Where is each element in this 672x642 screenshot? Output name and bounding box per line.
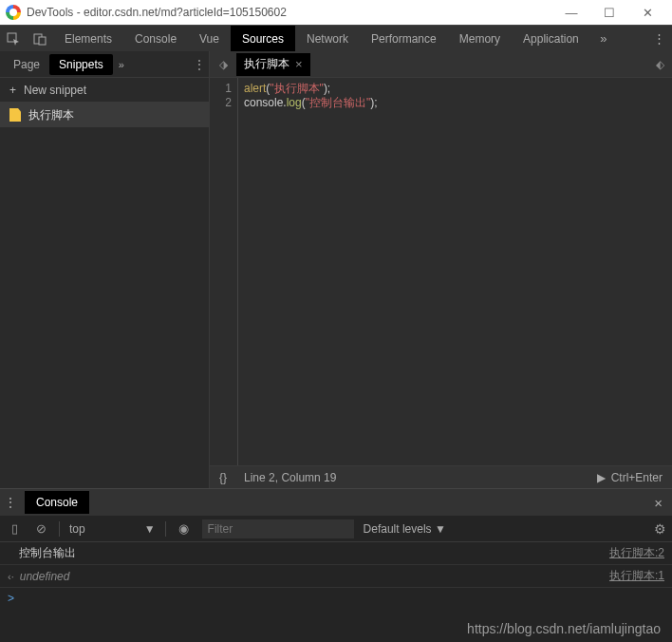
navigator-tab-page[interactable]: Page [4, 54, 49, 75]
log-message: 控制台输出 [19, 545, 76, 561]
log-source-link[interactable]: 执行脚本:1 [609, 568, 664, 584]
inspect-icon[interactable] [0, 26, 27, 52]
minimize-button[interactable]: — [552, 0, 590, 25]
tab-elements[interactable]: Elements [53, 26, 123, 52]
console-prompt[interactable]: > [0, 588, 672, 609]
device-toggle-icon[interactable] [27, 26, 53, 52]
code-editor[interactable]: 1 2 alert("执行脚本"); console.log("控制台输出"); [210, 78, 672, 465]
new-snippet-label: New snippet [24, 84, 86, 97]
console-filter[interactable] [202, 519, 354, 538]
plus-icon: + [9, 84, 16, 97]
snippet-list-item[interactable]: 执行脚本 [0, 103, 209, 127]
editor-tab[interactable]: 执行脚本 × [236, 53, 310, 76]
snippet-name: 执行脚本 [28, 107, 74, 123]
window-title: DevTools - editor.csdn.net/md?articleId=… [27, 6, 287, 19]
close-window-button[interactable]: ✕ [628, 0, 666, 25]
format-icon[interactable]: {} [219, 471, 227, 484]
console-toolbar: ▯ ⊘ top ▼ ◉ Default levels ▼ ⚙ [0, 516, 672, 542]
editor-pane: ⬗ 执行脚本 × ⬖ 1 2 alert("执行脚本"); console.lo… [209, 51, 672, 488]
nav-toggle-left-icon[interactable]: ⬗ [210, 58, 236, 71]
separator [165, 521, 166, 537]
tab-network[interactable]: Network [295, 26, 360, 52]
chrome-icon [6, 5, 21, 20]
drawer-tabs: ⋮ Console × [0, 489, 672, 516]
console-return-row: ‹· undefined 执行脚本:1 [0, 565, 672, 588]
maximize-button[interactable]: ☐ [590, 0, 628, 25]
navigator-tab-snippets[interactable]: Snippets [49, 54, 113, 75]
separator [59, 521, 60, 537]
navigator-tabs: Page Snippets » ⋮ [0, 51, 209, 78]
tab-application[interactable]: Application [512, 26, 590, 52]
log-levels-selector[interactable]: Default levels ▼ [364, 522, 446, 536]
tab-performance[interactable]: Performance [360, 26, 448, 52]
run-label: Ctrl+Enter [611, 471, 663, 484]
cursor-position: Line 2, Column 19 [244, 471, 336, 484]
script-file-icon [9, 108, 21, 122]
navigator-pane: Page Snippets » ⋮ + New snippet 执行脚本 [0, 51, 209, 488]
svg-rect-2 [39, 37, 46, 45]
editor-tabbar: ⬗ 执行脚本 × ⬖ [210, 51, 672, 78]
watermark: https://blog.csdn.net/iamlujingtao [467, 621, 661, 636]
tab-console[interactable]: Console [123, 26, 188, 52]
tab-vue[interactable]: Vue [188, 26, 231, 52]
settings-kebab-icon[interactable]: ⋮ [645, 26, 672, 52]
sources-main: Page Snippets » ⋮ + New snippet 执行脚本 ⬗ 执… [0, 51, 672, 488]
console-settings-icon[interactable]: ⚙ [654, 521, 666, 537]
console-log-row: 控制台输出 执行脚本:2 [0, 542, 672, 565]
line-gutter: 1 2 [210, 78, 238, 465]
filter-input[interactable] [202, 519, 354, 538]
editor-statusbar: {} Line 2, Column 19 ▶ Ctrl+Enter [210, 465, 672, 488]
chevron-down-icon: ▼ [144, 522, 156, 536]
drawer-tab-console[interactable]: Console [25, 491, 89, 514]
nav-toggle-right-icon[interactable]: ⬖ [656, 58, 672, 71]
prompt-icon: > [8, 592, 14, 605]
console-output: 控制台输出 执行脚本:2 ‹· undefined 执行脚本:1 > [0, 542, 672, 609]
new-snippet-button[interactable]: + New snippet [0, 78, 209, 103]
eye-icon[interactable]: ◉ [176, 521, 193, 536]
drawer-kebab-icon[interactable]: ⋮ [0, 495, 21, 510]
return-value: undefined [20, 570, 70, 583]
return-arrow-icon: ‹· [8, 571, 14, 582]
close-tab-icon[interactable]: × [295, 57, 303, 71]
window-titlebar: DevTools - editor.csdn.net/md?articleId=… [0, 0, 672, 25]
console-drawer: ⋮ Console × ▯ ⊘ top ▼ ◉ Default levels ▼… [0, 488, 672, 609]
navigator-overflow-icon[interactable]: » [119, 59, 124, 70]
navigator-kebab-icon[interactable]: ⋮ [194, 58, 205, 71]
clear-console-icon[interactable]: ⊘ [32, 521, 49, 536]
tabs-overflow-icon[interactable]: » [590, 26, 617, 52]
log-source-link[interactable]: 执行脚本:2 [609, 545, 664, 561]
devtools-toolbar: Elements Console Vue Sources Network Per… [0, 25, 672, 51]
tab-sources[interactable]: Sources [231, 26, 295, 52]
context-selector[interactable]: top ▼ [69, 522, 156, 536]
editor-tab-label: 执行脚本 [244, 56, 289, 72]
run-icon[interactable]: ▶ [597, 471, 606, 484]
code-content[interactable]: alert("执行脚本"); console.log("控制台输出"); [238, 78, 672, 465]
console-sidebar-toggle-icon[interactable]: ▯ [6, 521, 23, 536]
drawer-close-icon[interactable]: × [644, 495, 672, 511]
tab-memory[interactable]: Memory [448, 26, 512, 52]
